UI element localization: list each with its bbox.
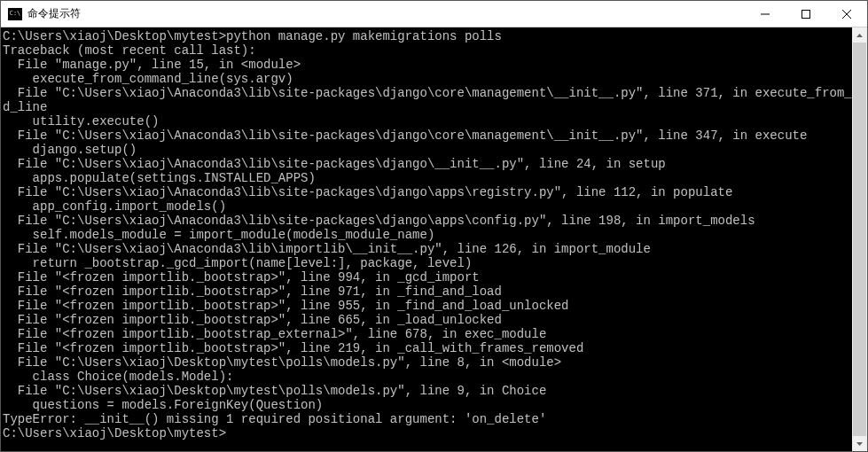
terminal-line: File "C:\Users\xiaoj\Anaconda3\lib\site-… bbox=[3, 129, 852, 143]
svg-rect-1 bbox=[802, 10, 810, 18]
terminal-line: File "C:\Users\xiaoj\Anaconda3\lib\site-… bbox=[3, 185, 852, 199]
scrollbar-thumb[interactable] bbox=[853, 43, 866, 437]
terminal-line: questions = models.ForeignKey(Question) bbox=[3, 398, 852, 412]
minimize-button[interactable] bbox=[745, 1, 786, 27]
cmd-icon bbox=[8, 8, 22, 20]
command-prompt-window: 命令提示符 C:\Users\xiaoj\Desktop\mytest>pyth… bbox=[0, 0, 868, 452]
caret-up-icon bbox=[856, 34, 863, 37]
client-area: C:\Users\xiaoj\Desktop\mytest>python man… bbox=[1, 27, 867, 451]
terminal-line: app_config.import_models() bbox=[3, 199, 852, 214]
terminal-line: File "manage.py", line 15, in <module> bbox=[3, 58, 852, 72]
caret-down-icon bbox=[856, 442, 863, 446]
terminal-line: File "<frozen importlib._bootstrap>", li… bbox=[3, 270, 852, 284]
terminal-line: File "<frozen importlib._bootstrap>", li… bbox=[3, 313, 852, 327]
terminal-line: Traceback (most recent call last): bbox=[3, 43, 852, 58]
terminal-line: execute_from_command_line(sys.argv) bbox=[3, 72, 852, 86]
titlebar[interactable]: 命令提示符 bbox=[1, 1, 867, 27]
terminal-line: django.setup() bbox=[3, 143, 852, 157]
terminal-line: File "C:\Users\xiaoj\Anaconda3\lib\site-… bbox=[3, 157, 852, 171]
terminal-line: self.models_module = import_module(model… bbox=[3, 228, 852, 242]
terminal-line: File "C:\Users\xiaoj\Desktop\mytest\poll… bbox=[3, 355, 852, 370]
close-button[interactable] bbox=[826, 1, 867, 27]
terminal-line: File "C:\Users\xiaoj\Anaconda3\lib\site-… bbox=[3, 214, 852, 228]
scroll-down-button[interactable] bbox=[852, 436, 867, 451]
maximize-button[interactable] bbox=[786, 1, 826, 27]
window-title: 命令提示符 bbox=[27, 6, 745, 21]
terminal-line: C:\Users\xiaoj\Desktop\mytest> bbox=[3, 426, 852, 440]
terminal-line: C:\Users\xiaoj\Desktop\mytest>python man… bbox=[3, 29, 852, 43]
terminal-line: return _bootstrap._gcd_import(name[level… bbox=[3, 256, 852, 270]
window-controls bbox=[745, 1, 867, 27]
terminal-line: File "<frozen importlib._bootstrap_exter… bbox=[3, 327, 852, 341]
terminal-line: File "<frozen importlib._bootstrap>", li… bbox=[3, 299, 852, 313]
terminal-line: File "<frozen importlib._bootstrap>", li… bbox=[3, 341, 852, 355]
terminal-line: File "C:\Users\xiaoj\Anaconda3\lib\site-… bbox=[3, 86, 852, 100]
terminal-line: TypeError: __init__() missing 1 required… bbox=[3, 412, 852, 426]
terminal-line: File "C:\Users\xiaoj\Desktop\mytest\poll… bbox=[3, 384, 852, 398]
maximize-icon bbox=[802, 10, 810, 19]
minimize-icon bbox=[761, 10, 770, 19]
terminal-line: apps.populate(settings.INSTALLED_APPS) bbox=[3, 171, 852, 185]
terminal-line: utility.execute() bbox=[3, 114, 852, 129]
scroll-up-button[interactable] bbox=[852, 27, 867, 43]
terminal-line: d_line bbox=[3, 100, 852, 114]
terminal-line: File "C:\Users\xiaoj\Anaconda3\lib\impor… bbox=[3, 242, 852, 256]
terminal-output[interactable]: C:\Users\xiaoj\Desktop\mytest>python man… bbox=[1, 27, 852, 451]
vertical-scrollbar[interactable] bbox=[852, 27, 867, 451]
terminal-line: class Choice(models.Model): bbox=[3, 370, 852, 384]
close-icon bbox=[842, 10, 851, 19]
terminal-line: File "<frozen importlib._bootstrap>", li… bbox=[3, 284, 852, 299]
